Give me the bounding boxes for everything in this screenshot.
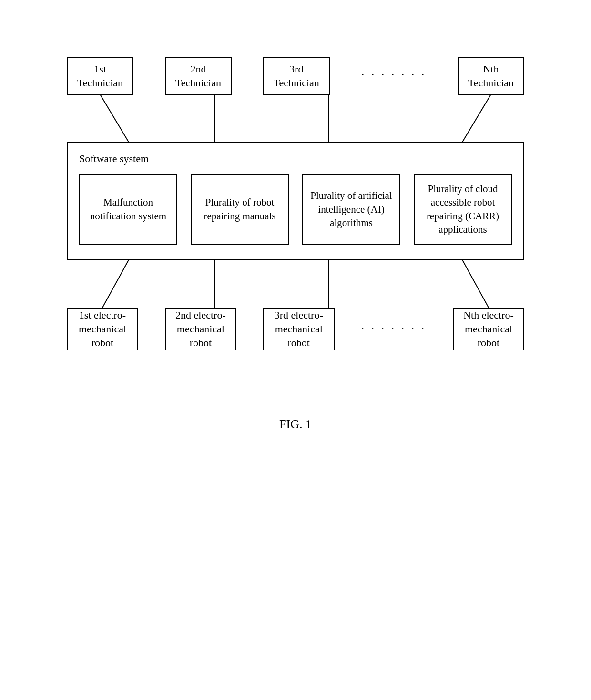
- robot-n-label: Nth electro-mechanical robot: [454, 309, 523, 350]
- component-2-label: Plurality of robot repairing manuals: [198, 196, 281, 223]
- component-4-label: Plurality of cloud accessible robot repa…: [421, 182, 504, 236]
- robot-3-label: 3rd electro-mechanical robot: [264, 309, 334, 350]
- component-2-box: Plurality of robot repairing manuals: [191, 174, 289, 245]
- technician-row: 1st Technician 2nd Technician 3rd Techni…: [67, 19, 524, 95]
- svg-line-3: [462, 94, 491, 142]
- fig-caption: FIG. 1: [279, 417, 312, 432]
- svg-line-4: [102, 260, 129, 308]
- technician-n-label: Nth Technician: [468, 62, 514, 90]
- svg-line-0: [100, 94, 129, 142]
- technician-n-box: Nth Technician: [458, 57, 524, 95]
- software-inner-row: Malfunction notification system Pluralit…: [79, 174, 512, 245]
- technician-3-label: 3rd Technician: [274, 62, 319, 90]
- dots-bottom: · · · · · · ·: [361, 308, 427, 336]
- component-1-box: Malfunction notification system: [79, 174, 177, 245]
- robot-2-box: 2nd electro-mechanical robot: [165, 308, 236, 350]
- software-system-label: Software system: [79, 153, 512, 165]
- dots-top: · · · · · · ·: [361, 68, 427, 95]
- component-1-label: Malfunction notification system: [87, 196, 170, 223]
- software-system-wrapper: Software system Malfunction notification…: [67, 142, 524, 260]
- robot-n-box: Nth electro-mechanical robot: [453, 308, 524, 350]
- technician-1-label: 1st Technician: [77, 62, 123, 90]
- technician-3-box: 3rd Technician: [263, 57, 330, 95]
- robot-2-label: 2nd electro-mechanical robot: [166, 309, 235, 350]
- robot-3-box: 3rd electro-mechanical robot: [263, 308, 335, 350]
- robot-row: 1st electro-mechanical robot 2nd electro…: [67, 308, 524, 389]
- software-system-box: Software system Malfunction notification…: [67, 142, 524, 260]
- component-3-box: Plurality of artificial intelligence (AI…: [302, 174, 400, 245]
- component-4-box: Plurality of cloud accessible robot repa…: [414, 174, 512, 245]
- robot-1-box: 1st electro-mechanical robot: [67, 308, 138, 350]
- diagram-container: 1st Technician 2nd Technician 3rd Techni…: [38, 19, 553, 432]
- technician-2-box: 2nd Technician: [165, 57, 232, 95]
- technician-1-box: 1st Technician: [67, 57, 133, 95]
- svg-line-7: [462, 260, 489, 308]
- component-3-label: Plurality of artificial intelligence (AI…: [310, 189, 393, 229]
- technician-2-label: 2nd Technician: [175, 62, 221, 90]
- top-connector-lines: [67, 94, 524, 142]
- robot-1-label: 1st electro-mechanical robot: [68, 309, 137, 350]
- bottom-connector-lines: [67, 260, 524, 308]
